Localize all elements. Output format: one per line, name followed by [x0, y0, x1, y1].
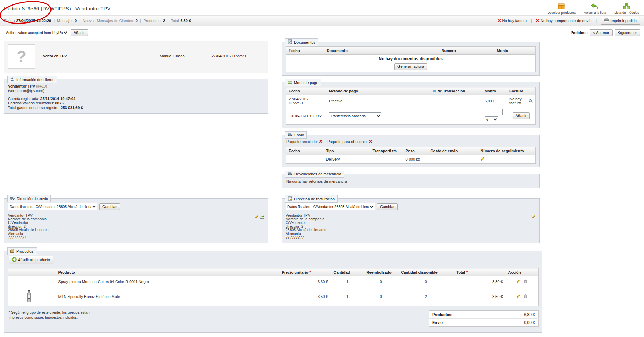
- credit-card-icon: [288, 80, 292, 85]
- payment-method: Efectivo: [326, 95, 430, 107]
- product-refunded: 0: [364, 287, 398, 306]
- products-box-icon: [10, 248, 15, 254]
- recycled-package-label: Paquete reciclado:: [286, 139, 318, 144]
- order-status-select[interactable]: Authorization accepted from PayPal: [4, 29, 68, 36]
- documents-panel: Documentos Fecha Documento Numero Monto …: [282, 42, 540, 76]
- edit-billing-address-icon[interactable]: [532, 215, 536, 219]
- customer-avatar: ?: [8, 44, 35, 69]
- nuevos-mensajes-value: 0: [136, 19, 138, 23]
- next-order-button[interactable]: Siguiente >: [615, 29, 640, 36]
- add-payment-button[interactable]: Añadir: [513, 112, 530, 119]
- invoice-icon: [288, 196, 292, 202]
- order-totals-table: Productos: 6,80 € Envio 0,00 €: [429, 310, 539, 327]
- totals-shipping-value: 0,00 €: [495, 319, 539, 327]
- nuevos-mensajes-label: Nuevos Mensajes de Clientes:: [83, 19, 134, 23]
- customer-name: Vendantor TPV: [8, 84, 35, 88]
- status-history-row: Venta en TPV Manuel Criado 27/04/2015 11…: [35, 54, 265, 58]
- mensajes-label: Mensajes: [57, 19, 73, 23]
- customer-email: (vendantor@tpv.com): [8, 89, 264, 93]
- gift-package-x-icon: [368, 139, 372, 144]
- modules-list-button[interactable]: Lista de módulos: [614, 3, 639, 15]
- add-status-button[interactable]: Añadir: [71, 29, 88, 36]
- payment-invoice-status: No hay factura: [509, 97, 528, 105]
- customer-info-panel: Información del cliente Vendantor TPV (#…: [4, 79, 268, 114]
- billing-address-legend: Dirección de facturación: [285, 195, 338, 203]
- edit-product-icon[interactable]: [516, 294, 521, 298]
- payment-table: Fecha Método de pago ID de Transacción M…: [286, 87, 536, 125]
- recycled-package-x-icon: [318, 139, 322, 144]
- return-products-label: Devolver productos: [547, 11, 576, 15]
- header-actions: Devolver productos Volver a la lista Lis…: [547, 3, 639, 15]
- shipping-table: Fecha Tipo Transportista Peso Costo de e…: [286, 147, 536, 164]
- status-date: 27/04/2015 11:22:21: [212, 54, 246, 58]
- shipping-address-legend: Dirección de envío: [7, 195, 51, 202]
- order-detail-page: Pedido N°9566 (DVWTIFPS) - Vendantor TPV…: [0, 0, 644, 337]
- return-products-button[interactable]: Devolver productos: [547, 3, 576, 15]
- edit-product-icon[interactable]: [516, 279, 521, 283]
- currency-select[interactable]: €: [485, 116, 498, 122]
- back-to-list-label: Volver a la lista: [584, 11, 606, 15]
- col-total: Total *: [454, 268, 506, 276]
- no-delivery-slip-text: No hay comprobante de envío: [541, 19, 591, 23]
- transaction-id-input[interactable]: [433, 113, 476, 119]
- shipping-address-panel: Dirección de envío Datos fiscales - C/Ve…: [4, 198, 268, 243]
- fecha-label: Fecha: [4, 19, 15, 23]
- back-to-list-button[interactable]: Volver a la lista: [584, 3, 606, 15]
- payment-amount-input[interactable]: [485, 109, 503, 115]
- product-row: Spray pintura Montana Colors 94 Color:R-…: [8, 276, 539, 287]
- customer-valid-orders: 8876: [55, 101, 63, 105]
- payment-row: 27/04/2015 11:22:21 Efectivo 6,80 € No h…: [286, 95, 536, 107]
- col-producto: Producto: [50, 268, 279, 276]
- print-order-button[interactable]: Imprimir pedido: [601, 17, 640, 25]
- printer-icon: [604, 18, 609, 24]
- view-invoice-icon[interactable]: [528, 99, 533, 103]
- change-shipping-address-button[interactable]: Cambiar: [99, 203, 120, 210]
- delete-product-icon[interactable]: [524, 294, 527, 298]
- products-table: Producto Precio unitario * Cantidad Reem…: [8, 268, 539, 306]
- shipping-address-lines: Vendantor TPV Nombre de la compañía C/Ve…: [8, 213, 264, 239]
- col-accion: Acción: [506, 268, 539, 276]
- status-employee: Manuel Criado: [160, 54, 212, 58]
- totals-shipping-row: Envio 0,00 €: [429, 319, 539, 327]
- product-quantity: 1: [331, 276, 364, 287]
- products-panel: Productos: Añadir un producto Producto P…: [4, 251, 542, 333]
- customer-id: (#419): [36, 84, 47, 88]
- payment-amount: 6,80 €: [482, 95, 507, 107]
- page-title: Pedido N°9566 (DVWTIFPS) - Vendantor TPV: [4, 6, 111, 11]
- billing-address-select[interactable]: Datos fiscales - C/Vendantor 28805 Alcal…: [286, 203, 375, 210]
- toolbar: Authorization accepted from PayPal Añadi…: [0, 26, 644, 38]
- previous-order-button[interactable]: < Anterior: [590, 29, 612, 36]
- col-reembolsado: Reembolsado: [364, 268, 398, 276]
- payment-date: 27/04/2015 11:22:21: [286, 95, 326, 107]
- google-maps-icon[interactable]: [260, 215, 264, 219]
- order-status-block: ? Venta en TPV Manuel Criado 27/04/2015 …: [4, 41, 268, 73]
- edit-shipping-address-icon[interactable]: [255, 215, 259, 219]
- delete-product-icon[interactable]: [524, 279, 527, 283]
- no-documents-message: No hay documentos disponibles: [289, 56, 533, 61]
- back-to-list-icon: [591, 3, 599, 10]
- billing-address-panel: Dirección de facturación Datos fiscales …: [282, 198, 540, 243]
- productos-count-value: 2: [163, 19, 165, 23]
- add-product-button[interactable]: Añadir un producto: [9, 256, 53, 264]
- payment-date-input[interactable]: [289, 113, 323, 119]
- product-refunded: 0: [364, 276, 398, 287]
- topbar: Pedido N°9566 (DVWTIFPS) - Vendantor TPV…: [0, 0, 644, 15]
- documents-table: Fecha Documento Numero Monto No hay docu…: [286, 46, 536, 72]
- productos-count-label: Productos:: [144, 19, 162, 23]
- documents-legend: Documentos: [285, 38, 318, 46]
- status-name: Venta en TPV: [35, 54, 160, 58]
- payment-form-row: Trasferencia bancaria €: [286, 107, 536, 125]
- total-label: Total: [171, 19, 179, 23]
- modules-list-icon: [623, 3, 631, 10]
- edit-tracking-icon[interactable]: [481, 157, 485, 161]
- generate-invoice-button[interactable]: Generar factura: [394, 63, 427, 70]
- shipping-address-select[interactable]: Datos fiscales - C/Vendantor 28805 Alcal…: [8, 203, 97, 210]
- no-delivery-slip-x-icon: [536, 19, 539, 23]
- content: ? Venta en TPV Manuel Criado 27/04/2015 …: [0, 38, 546, 333]
- payment-method-select[interactable]: Trasferencia bancaria: [329, 112, 381, 119]
- change-billing-address-button[interactable]: Cambiar: [377, 203, 398, 210]
- truck-icon: [288, 133, 293, 138]
- no-invoice-text: No hay factura: [502, 19, 527, 23]
- product-quantity: 1: [331, 287, 364, 306]
- no-invoice-x-icon: [498, 19, 501, 23]
